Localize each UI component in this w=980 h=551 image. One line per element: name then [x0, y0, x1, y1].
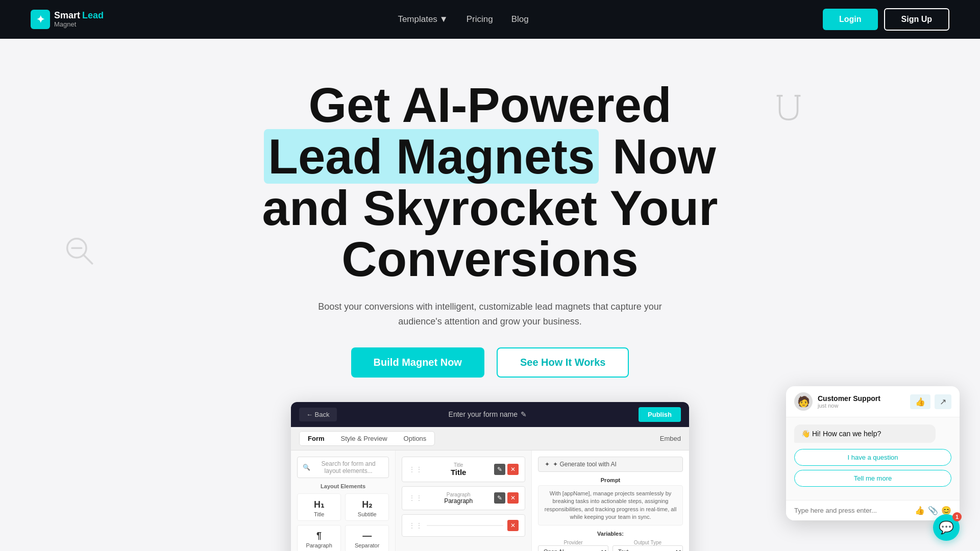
form-field-title: ⋮⋮ Title Title ✎ ✕	[402, 457, 525, 482]
hero-subtitle: Boost your conversions with intelligent,…	[296, 299, 684, 329]
tab-options[interactable]: Options	[396, 432, 435, 445]
form-field-separator: ⋮⋮ ✕	[402, 514, 525, 537]
prompt-text: With [appName], manage projects seamless…	[538, 485, 683, 526]
chat-send-button[interactable]: 👍	[915, 506, 925, 515]
chat-share[interactable]: ↗	[935, 394, 951, 409]
search-icon	[61, 233, 97, 268]
preview-ai-panel: ✦ ✦ Generate tool with AI Prompt With [a…	[532, 450, 689, 551]
chat-bot-message: 👋 Hi! How can we help?	[794, 424, 936, 443]
chat-input-area: 👍 📎 😊	[786, 500, 960, 520]
quick-reply-question[interactable]: I have a question	[794, 449, 951, 466]
field-delete-button[interactable]: ✕	[507, 464, 519, 475]
chat-bubble-button[interactable]: 💬 1	[933, 514, 960, 541]
chat-attach-button[interactable]: 📎	[928, 506, 938, 515]
layout-elements-grid: H₁ Title H₂ Subtitle ¶ Paragraph — Separ…	[297, 493, 389, 551]
chat-quick-replies: I have a question Tell me more	[794, 449, 951, 487]
preview-topbar: ← Back Enter your form name ✎ Publish	[291, 402, 689, 427]
tab-style-preview[interactable]: Style & Preview	[333, 432, 396, 445]
nav-pricing[interactable]: Pricing	[467, 14, 493, 24]
preview-search-bar[interactable]: 🔍 Search for form and layout elements...	[297, 457, 389, 478]
layout-elements-label: Layout Elements	[297, 483, 389, 489]
preview-tab-group: Form Style & Preview Options	[299, 431, 435, 446]
chat-unread-badge: 1	[952, 512, 962, 521]
field-edit-button[interactable]: ✎	[494, 464, 505, 475]
nav-buttons: Login Sign Up	[823, 8, 949, 31]
see-how-it-works-button[interactable]: See How It Works	[497, 347, 629, 378]
preview-form-builder: ⋮⋮ Title Title ✎ ✕ ⋮⋮ Paragraph Para	[396, 450, 532, 551]
svg-line-3	[83, 255, 92, 264]
output-type-select[interactable]: Text	[612, 545, 683, 551]
chat-widget: 🧑 Customer Support just now 👍 ↗ 👋 Hi! Ho…	[786, 386, 960, 520]
preview-body: 🔍 Search for form and layout elements...…	[291, 450, 689, 551]
preview-publish-button[interactable]: Publish	[639, 407, 681, 422]
form-field-paragraph: ⋮⋮ Paragraph Paragraph ✎ ✕	[402, 486, 525, 510]
drag-handle[interactable]: ⋮⋮	[408, 521, 423, 530]
chat-bubble-icon: 💬	[939, 520, 954, 535]
drag-handle[interactable]: ⋮⋮	[408, 494, 423, 502]
preview-back-button[interactable]: ← Back	[299, 408, 337, 421]
prompt-label: Prompt	[538, 477, 683, 483]
preview-title-area: Enter your form name ✎	[343, 410, 633, 418]
generate-ai-button[interactable]: ✦ ✦ Generate tool with AI	[538, 457, 683, 472]
quick-reply-more[interactable]: Tell me more	[794, 470, 951, 487]
nav-links: Templates ▼ Pricing Blog	[398, 14, 528, 24]
tab-form[interactable]: Form	[300, 432, 333, 445]
field-edit-button[interactable]: ✎	[494, 492, 505, 504]
element-title[interactable]: H₁ Title	[297, 493, 341, 521]
signup-button[interactable]: Sign Up	[884, 8, 949, 31]
ai-icon: ✦	[545, 461, 550, 468]
chat-thumbs-up[interactable]: 👍	[910, 394, 930, 409]
preview-tabs: Form Style & Preview Options Embed	[291, 427, 689, 450]
variables-row: Provider Open AI Output Type Text	[538, 540, 683, 551]
chat-messages: 👋 Hi! How can we help? I have a question…	[786, 417, 960, 500]
provider-select[interactable]: Open AI	[538, 545, 608, 551]
edit-icon[interactable]: ✎	[521, 410, 527, 418]
chat-avatar: 🧑	[794, 392, 813, 411]
hero-cta-buttons: Build Magnet Now See How It Works	[31, 347, 949, 378]
navbar: ✦ Smart Lead Magnet Templates ▼ Pricing …	[0, 0, 980, 39]
nav-blog[interactable]: Blog	[511, 14, 529, 24]
element-subtitle[interactable]: H₂ Subtitle	[345, 493, 389, 521]
magnet-icon	[771, 90, 806, 126]
variables-label: Variables:	[538, 531, 683, 537]
element-paragraph[interactable]: ¶ Paragraph	[297, 525, 341, 551]
login-button[interactable]: Login	[823, 9, 878, 30]
output-type-var: Output Type Text	[612, 540, 683, 551]
build-magnet-button[interactable]: Build Magnet Now	[351, 347, 484, 378]
provider-var: Provider Open AI	[538, 540, 608, 551]
chat-input[interactable]	[794, 507, 911, 514]
preview-elements-panel: 🔍 Search for form and layout elements...…	[291, 450, 396, 551]
chat-timestamp: just now	[818, 403, 880, 409]
search-icon: 🔍	[303, 464, 310, 471]
logo-icon: ✦	[31, 10, 50, 29]
chat-header: 🧑 Customer Support just now 👍 ↗	[786, 386, 960, 417]
logo-text: Smart Lead Magnet	[54, 11, 104, 28]
field-delete-button[interactable]: ✕	[507, 492, 519, 504]
element-separator[interactable]: — Separator	[345, 525, 389, 551]
nav-templates[interactable]: Templates ▼	[398, 14, 448, 24]
drag-handle[interactable]: ⋮⋮	[408, 465, 423, 473]
hero-headline: Get AI-Powered Lead Magnets Now and Skyr…	[31, 80, 949, 285]
chevron-down-icon: ▼	[439, 14, 448, 24]
preview-embed-button[interactable]: Embed	[660, 435, 681, 442]
logo[interactable]: ✦ Smart Lead Magnet	[31, 10, 104, 29]
app-preview: ← Back Enter your form name ✎ Publish Fo…	[291, 402, 689, 551]
chat-agent-name: Customer Support	[818, 394, 880, 403]
field-delete-button[interactable]: ✕	[507, 520, 519, 531]
